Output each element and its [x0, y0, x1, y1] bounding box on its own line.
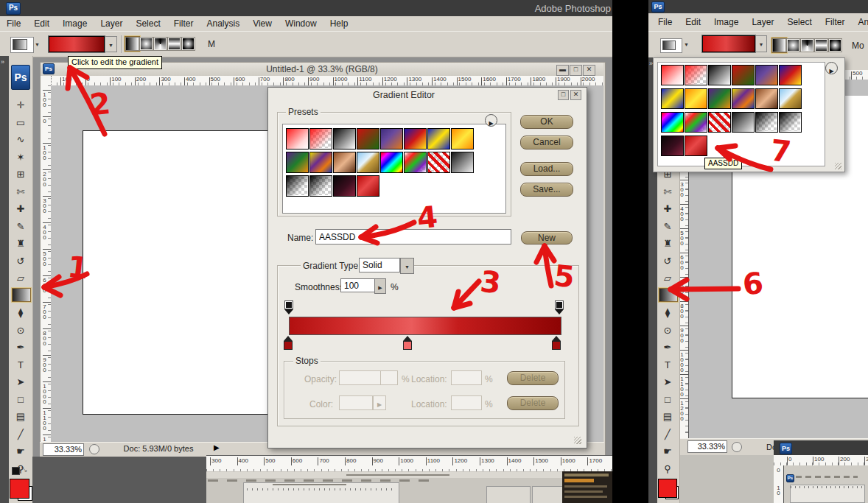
- gradient-preset-blue-red-yellow[interactable]: [404, 128, 427, 150]
- gradient-preset-black-white[interactable]: [708, 65, 731, 85]
- slice-tool[interactable]: ✄: [659, 184, 676, 200]
- zoom-field[interactable]: 33.33%: [687, 440, 727, 453]
- menu-item-view[interactable]: View: [246, 16, 279, 31]
- eraser-tool[interactable]: ▱: [659, 270, 676, 286]
- crop-tool[interactable]: ⊞: [12, 166, 29, 182]
- gradient-preview-dropdown-button[interactable]: ▼: [105, 36, 117, 52]
- menu-item-filter[interactable]: Filter: [819, 15, 852, 29]
- shape-tool[interactable]: □: [659, 392, 676, 407]
- gradient-preset-fg-to-transparent[interactable]: [685, 65, 707, 85]
- gradient-preset-red-green[interactable]: [732, 65, 755, 85]
- gradient-tool[interactable]: [659, 288, 678, 302]
- picker-resize-grip[interactable]: [835, 163, 841, 169]
- radial-gradient-button[interactable]: [139, 37, 153, 51]
- default-colors-icon[interactable]: [12, 467, 20, 475]
- foreground-color-swatch[interactable]: [10, 479, 29, 499]
- menu-item-edit[interactable]: Edit: [679, 15, 707, 29]
- gradient-type-select[interactable]: Solid: [359, 258, 400, 272]
- gradient-preset-blue-yellow-blue[interactable]: [661, 88, 684, 109]
- status-clock-icon[interactable]: [732, 442, 742, 452]
- gradient-preview-bar[interactable]: [702, 35, 755, 52]
- diamond-gradient-button[interactable]: [181, 37, 195, 51]
- left-dock-strip[interactable]: »: [0, 56, 9, 503]
- gradient-edit-bar[interactable]: [289, 317, 561, 335]
- menu-item-layer[interactable]: Layer: [745, 15, 780, 29]
- magic-wand-tool[interactable]: ✶: [12, 150, 29, 165]
- gradient-preset-blue-red-yellow[interactable]: [779, 65, 802, 85]
- menu-item-image[interactable]: Image: [707, 15, 745, 29]
- dodge-tool[interactable]: ⊙: [12, 323, 29, 338]
- gradient-preset-spectrum[interactable]: [380, 152, 403, 173]
- gradient-preset-aassdd-red[interactable]: [357, 175, 379, 197]
- gradient-preset-spectrum[interactable]: [661, 112, 684, 133]
- brush-tool[interactable]: ✎: [12, 219, 29, 234]
- gradient-preset-orange-yellow-orange[interactable]: [685, 88, 707, 109]
- dialog-close-button[interactable]: ✕: [570, 90, 581, 100]
- notes-tool[interactable]: ▤: [659, 409, 676, 424]
- eyedropper-tool[interactable]: ╱: [12, 426, 29, 442]
- minimize-button[interactable]: ▬: [556, 65, 569, 76]
- gradient-preset-fg-to-bg[interactable]: [661, 65, 684, 85]
- tool-preset-caret-icon[interactable]: ▼: [684, 42, 689, 47]
- reflected-gradient-button[interactable]: [814, 38, 828, 52]
- new-button[interactable]: New: [521, 231, 573, 245]
- slice-tool[interactable]: ✄: [12, 184, 29, 200]
- dialog-resize-grip[interactable]: [574, 437, 581, 444]
- left-titlebar[interactable]: [0, 0, 612, 16]
- menu-item-layer[interactable]: Layer: [94, 16, 129, 31]
- gradient-preview-dropdown-button[interactable]: ▼: [755, 35, 767, 52]
- gradient-tool[interactable]: [12, 288, 31, 302]
- gradient-preset-violet-green-orange[interactable]: [708, 88, 731, 109]
- zoom-tool[interactable]: ⚲: [659, 461, 676, 476]
- pen-tool[interactable]: ✒: [659, 340, 676, 355]
- gradient-preset-orange-yellow-orange[interactable]: [451, 128, 474, 150]
- menu-item-file[interactable]: File: [0, 16, 27, 31]
- gradient-preset-black-transparent-2[interactable]: [779, 112, 802, 133]
- healing-brush-tool[interactable]: ✚: [659, 201, 676, 217]
- notes-tool[interactable]: ▤: [12, 409, 29, 424]
- shape-tool[interactable]: □: [12, 392, 29, 407]
- gradient-preview-bar[interactable]: [49, 36, 105, 52]
- dialog-maximize-button[interactable]: □: [558, 90, 569, 100]
- gradient-preset-violet-orange[interactable]: [380, 128, 403, 150]
- menu-item-file[interactable]: File: [651, 15, 679, 29]
- save-button[interactable]: Save...: [520, 183, 573, 197]
- marquee-tool[interactable]: ▭: [12, 115, 29, 130]
- gradient-preset-black-white[interactable]: [333, 128, 356, 150]
- menu-item-select[interactable]: Select: [780, 15, 818, 29]
- type-tool[interactable]: T: [659, 357, 676, 373]
- tool-preset-box[interactable]: [660, 38, 682, 53]
- gradient-preset-copper[interactable]: [333, 152, 356, 173]
- smoothness-spinner-button[interactable]: ▶: [374, 278, 386, 294]
- gradient-preset-transparent-stripes[interactable]: [708, 112, 731, 133]
- gradient-preset-aassdd-red[interactable]: [685, 136, 707, 156]
- angle-gradient-button[interactable]: [153, 37, 167, 51]
- menu-item-analysis[interactable]: Analysis: [200, 16, 246, 31]
- gradient-preset-red-green[interactable]: [357, 128, 379, 150]
- status-clock-icon[interactable]: [89, 444, 99, 454]
- close-button[interactable]: ✕: [583, 65, 595, 76]
- gradient-preset-yellow-violet-orange-blue[interactable]: [732, 88, 755, 109]
- foreground-color-swatch[interactable]: [658, 479, 677, 498]
- linear-gradient-button[interactable]: [125, 37, 139, 51]
- presets-menu-button[interactable]: ▶: [485, 114, 497, 127]
- right-titlebar[interactable]: [648, 0, 868, 13]
- hand-tool[interactable]: ☛: [659, 443, 676, 459]
- gradient-preset-black-transparent-1[interactable]: [755, 112, 778, 133]
- diamond-gradient-button[interactable]: [828, 38, 842, 52]
- gradient-preset-neutral-density[interactable]: [451, 152, 474, 173]
- clone-stamp-tool[interactable]: ♜: [12, 236, 29, 251]
- tool-preset-caret-icon[interactable]: ▼: [35, 42, 40, 47]
- gradient-preset-black-transparent-2[interactable]: [309, 175, 332, 197]
- dodge-tool[interactable]: ⊙: [659, 323, 676, 338]
- menu-item-window[interactable]: Window: [279, 16, 323, 31]
- gradient-preset-fg-to-transparent[interactable]: [309, 128, 332, 150]
- gradient-preset-black-maroon[interactable]: [333, 175, 356, 197]
- brush-tool[interactable]: ✎: [659, 219, 676, 234]
- hand-tool[interactable]: ☛: [12, 443, 29, 459]
- gradient-preset-black-transparent-1[interactable]: [286, 175, 309, 197]
- cancel-button[interactable]: Cancel: [520, 136, 573, 150]
- radial-gradient-button[interactable]: [786, 38, 800, 52]
- gradient-preset-blue-yellow-blue[interactable]: [427, 128, 450, 150]
- blur-tool[interactable]: ⧫: [659, 305, 676, 320]
